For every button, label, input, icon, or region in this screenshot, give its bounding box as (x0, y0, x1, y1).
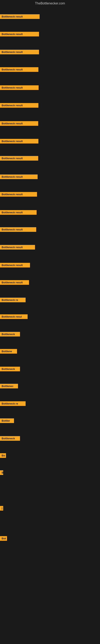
bottleneck-label-20[interactable]: Bottlene (0, 349, 17, 354)
bottleneck-item-27: B (0, 470, 3, 476)
bottleneck-label-13[interactable]: Bottleneck result (0, 227, 36, 232)
bottleneck-item-1: Bottleneck result (0, 14, 40, 20)
bottleneck-item-6: Bottleneck result (0, 103, 38, 108)
bottleneck-item-22: Bottlenec (0, 384, 18, 389)
bottleneck-label-23[interactable]: Bottleneck re (0, 401, 26, 406)
bottleneck-item-13: Bottleneck result (0, 227, 36, 233)
bottleneck-item-2: Bottleneck result (0, 32, 39, 37)
bottleneck-label-5[interactable]: Bottleneck result (0, 85, 39, 90)
bottleneck-label-6[interactable]: Bottleneck result (0, 103, 38, 108)
bottleneck-item-18: Bottleneck resul (0, 314, 28, 320)
bottleneck-label-9[interactable]: Bottleneck result (0, 156, 38, 160)
bottleneck-label-10[interactable]: Bottleneck result (0, 174, 38, 179)
bottleneck-label-14[interactable]: Bottleneck result (0, 245, 35, 250)
bottleneck-item-15: Bottleneck result (0, 263, 30, 268)
bottleneck-item-20: Bottlene (0, 349, 17, 354)
bottleneck-item-14: Bottleneck result (0, 245, 35, 250)
bottleneck-label-26[interactable]: Bo (0, 453, 6, 458)
bottleneck-label-22[interactable]: Bottlenec (0, 384, 18, 388)
bottleneck-label-21[interactable]: Bottleneck (0, 367, 20, 371)
bottleneck-item-12: Bottleneck result (0, 210, 37, 216)
bottleneck-item-7: Bottleneck result (0, 121, 38, 126)
bottleneck-label-19[interactable]: Bottleneck (0, 332, 20, 336)
bottleneck-item-10: Bottleneck result (0, 174, 38, 180)
bottleneck-label-27[interactable]: B (0, 470, 3, 475)
bottleneck-item-5: Bottleneck result (0, 85, 39, 91)
bottleneck-item-21: Bottleneck (0, 367, 20, 372)
bottleneck-label-1[interactable]: Bottleneck result (0, 14, 40, 19)
bottleneck-item-24: Bottler (0, 418, 14, 424)
bottleneck-item-16: Bottleneck result (0, 280, 29, 286)
bottleneck-label-15[interactable]: Bottleneck result (0, 263, 30, 268)
bottleneck-item-4: Bottleneck result (0, 67, 38, 73)
bottleneck-item-11: Bottleneck result (0, 192, 37, 198)
bottleneck-label-11[interactable]: Bottleneck result (0, 192, 37, 196)
bottleneck-label-29[interactable]: Bot (0, 536, 7, 541)
bottleneck-label-7[interactable]: Bottleneck result (0, 121, 38, 126)
bottleneck-label-2[interactable]: Bottleneck result (0, 32, 39, 36)
bottleneck-item-19: Bottleneck (0, 332, 20, 337)
bottleneck-label-3[interactable]: Bottleneck result (0, 50, 39, 54)
bottleneck-label-25[interactable]: Bottleneck (0, 436, 20, 441)
bottleneck-label-28[interactable]: | (0, 506, 3, 510)
bottleneck-item-3: Bottleneck result (0, 50, 39, 55)
bottleneck-label-24[interactable]: Bottler (0, 418, 14, 423)
site-title: TheBottlenecker.com (0, 0, 100, 7)
bottleneck-item-8: Bottleneck result (0, 139, 38, 144)
bottleneck-label-12[interactable]: Bottleneck result (0, 210, 37, 215)
bottleneck-item-26: Bo (0, 453, 6, 459)
bottleneck-item-9: Bottleneck result (0, 156, 38, 162)
bottleneck-item-23: Bottleneck re (0, 401, 26, 407)
bottleneck-item-29: Bot (0, 536, 7, 542)
bottleneck-label-8[interactable]: Bottleneck result (0, 139, 38, 144)
bottleneck-item-25: Bottleneck (0, 436, 20, 442)
bottleneck-item-28: | (0, 506, 3, 512)
bottleneck-label-17[interactable]: Bottleneck re (0, 298, 26, 302)
bottleneck-label-16[interactable]: Bottleneck result (0, 280, 29, 285)
bottleneck-label-4[interactable]: Bottleneck result (0, 67, 38, 72)
bottleneck-label-18[interactable]: Bottleneck resul (0, 314, 28, 319)
bottleneck-item-17: Bottleneck re (0, 298, 26, 303)
